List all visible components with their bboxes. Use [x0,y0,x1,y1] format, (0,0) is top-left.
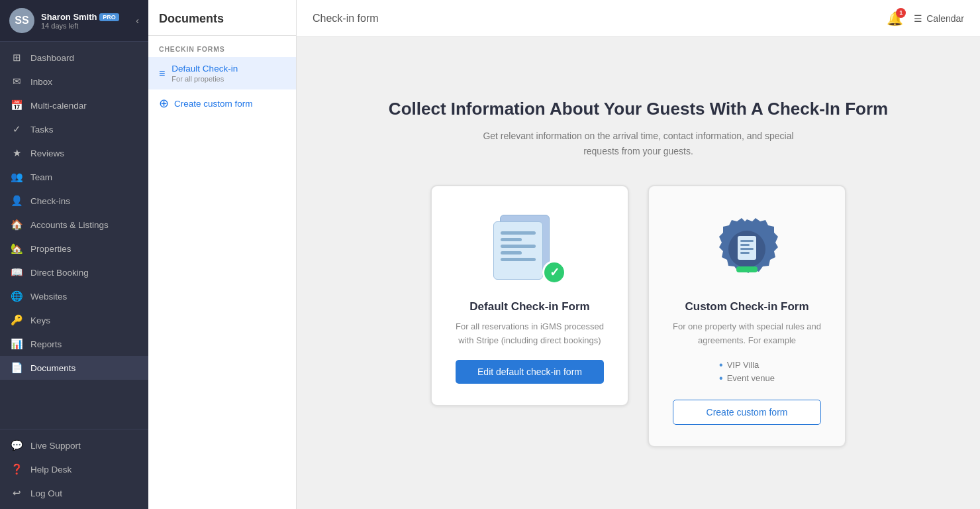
main-content: Check-in form 🔔 1 ☰ Calendar Collect Inf… [297,0,980,509]
default-form-desc: For all reservations in iGMS processed w… [456,320,604,348]
secondary-title: Documents [148,0,296,36]
custom-form-icon-area [707,213,787,286]
sidebar-item-reports[interactable]: 📊Reports [0,332,148,356]
default-form-icon-area: ✓ [490,213,569,286]
custom-form-desc: For one property with special rules and … [673,320,821,348]
content-area: Collect Information About Your Guests Wi… [297,37,980,509]
custom-form-icon [714,216,780,282]
default-form-icon: ✓ [493,215,566,284]
sidebar-item-help-desk[interactable]: ❓Help Desk [0,457,148,481]
documents-icon: 📄 [11,362,23,374]
sidebar-item-default-check-in[interactable]: ≡ Default Check-in For all propeties [148,57,296,89]
sidebar-item-documents[interactable]: 📄Documents [0,356,148,380]
sidebar-item-live-support[interactable]: 💬Live Support [0,433,148,457]
sidebar-item-accounts-listings[interactable]: 🏠Accounts & Listings [0,213,148,237]
sidebar-item-check-ins[interactable]: 👤Check-ins [0,189,148,213]
dashboard-icon: ⊞ [11,52,23,64]
plus-circle-icon: ⊕ [159,96,169,111]
svg-rect-5 [740,248,754,250]
document-icon: ≡ [159,68,165,80]
list-item-event: Event venue [719,373,775,384]
sidebar-item-inbox[interactable]: ✉Inbox [0,70,148,93]
sidebar-item-reviews[interactable]: ★Reviews [0,141,148,165]
hero-subtitle: Get relevant information on the arrival … [473,129,804,158]
multi-calendar-icon: 📅 [11,99,23,111]
header-actions: 🔔 1 ☰ Calendar [887,11,964,27]
sidebar-bottom: 💬Live Support❓Help Desk↩Log Out [0,429,148,509]
section-label: CHECKIN FORMS [148,36,296,57]
sidebar-nav: ⊞Dashboard✉Inbox📅Multi-calendar✓Tasks★Re… [0,42,148,429]
sidebar-item-properties[interactable]: 🏡Properties [0,237,148,260]
custom-form-title: Custom Check-in Form [685,300,808,313]
pro-badge: PRO [99,13,119,21]
tasks-icon: ✓ [11,123,23,135]
svg-rect-4 [740,244,750,246]
sec-nav-label: Default Check-in [172,64,238,74]
collapse-icon[interactable]: ‹ [136,15,139,26]
sidebar-item-keys[interactable]: 🔑Keys [0,308,148,332]
doc-line-2 [501,238,522,241]
user-profile[interactable]: SS Sharon Smith PRO 14 days left ‹ [0,0,148,42]
sidebar: SS Sharon Smith PRO 14 days left ‹ ⊞Dash… [0,0,148,509]
default-form-title: Default Check-in Form [469,300,589,313]
calendar-icon: ☰ [914,13,922,24]
inbox-icon: ✉ [11,76,23,87]
main-header: Check-in form 🔔 1 ☰ Calendar [297,0,980,37]
help-desk-icon: ❓ [11,463,23,475]
check-badge: ✓ [542,260,566,284]
page-title: Check-in form [313,13,379,25]
svg-rect-6 [740,252,750,254]
sidebar-item-tasks[interactable]: ✓Tasks [0,117,148,141]
custom-form-card: Custom Check-in Form For one property wi… [648,185,846,447]
doc-line-4 [501,251,522,254]
reviews-icon: ★ [11,147,23,159]
custom-form-list: VIP Villa Event venue [719,360,775,386]
sidebar-item-multi-calendar[interactable]: 📅Multi-calendar [0,93,148,117]
list-item-vip: VIP Villa [719,360,775,370]
user-name: Sharon Smith PRO [41,12,129,22]
doc-front [493,221,543,280]
sidebar-item-log-out[interactable]: ↩Log Out [0,481,148,505]
check-ins-icon: 👤 [11,195,23,207]
trial-days: 14 days left [41,22,129,30]
keys-icon: 🔑 [11,314,23,326]
svg-rect-3 [740,240,754,242]
notification-button[interactable]: 🔔 1 [887,11,903,27]
edit-default-form-button[interactable]: Edit default check-in form [456,360,604,384]
avatar: SS [9,8,34,33]
svg-rect-7 [736,266,758,272]
hero-title: Collect Information About Your Guests Wi… [389,99,888,119]
sidebar-item-direct-booking[interactable]: 📖Direct Booking [0,260,148,284]
direct-booking-icon: 📖 [11,266,23,278]
live-support-icon: 💬 [11,439,23,451]
create-custom-form-link[interactable]: ⊕ Create custom form [148,89,296,117]
sidebar-item-websites[interactable]: 🌐Websites [0,284,148,308]
calendar-label: Calendar [926,13,964,24]
create-custom-form-button[interactable]: Create custom form [673,400,821,425]
log-out-icon: ↩ [11,487,23,499]
websites-icon: 🌐 [11,290,23,302]
sidebar-item-team[interactable]: 👥Team [0,165,148,189]
doc-line-3 [501,245,536,248]
doc-line-5 [501,258,536,261]
calendar-button[interactable]: ☰ Calendar [914,13,964,24]
doc-line-1 [501,231,536,235]
user-info: Sharon Smith PRO 14 days left [41,12,129,30]
sidebar-item-dashboard[interactable]: ⊞Dashboard [0,46,148,70]
properties-icon: 🏡 [11,243,23,254]
reports-icon: 📊 [11,338,23,350]
sec-nav-sub: For all propeties [172,75,238,83]
default-form-card: ✓ Default Check-in Form For all reservat… [430,185,629,406]
accounts-listings-icon: 🏠 [11,219,23,231]
create-custom-label: Create custom form [174,99,253,109]
cards-row: ✓ Default Check-in Form For all reservat… [430,185,846,447]
team-icon: 👥 [11,171,23,183]
notification-badge: 1 [896,8,906,18]
secondary-sidebar: Documents CHECKIN FORMS ≡ Default Check-… [148,0,297,509]
